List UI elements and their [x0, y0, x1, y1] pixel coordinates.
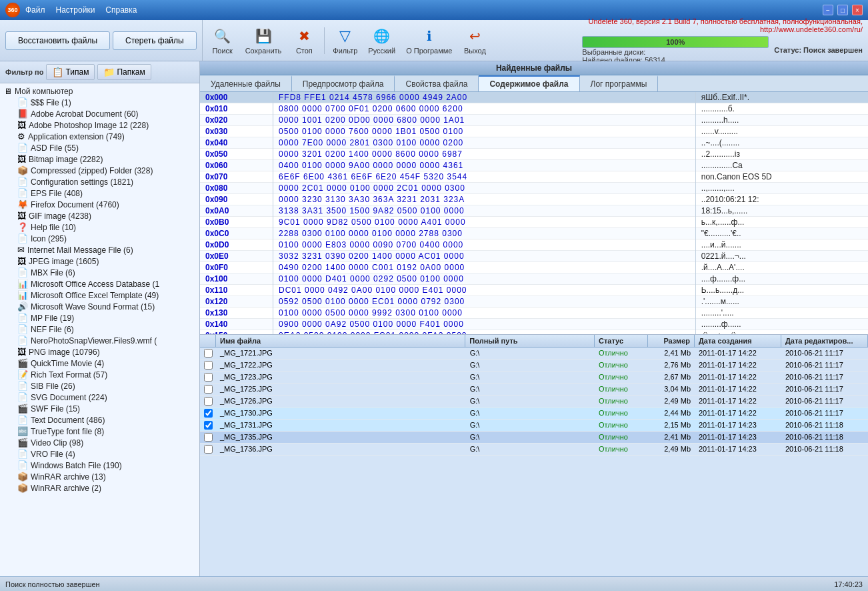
- tree-item[interactable]: 📊Microsoft Office Access Database (1: [16, 278, 197, 289]
- tree-item[interactable]: 🔊Microsoft Wave Sound Format (15): [16, 301, 197, 312]
- restore-files-button[interactable]: Восстановить файлы: [5, 31, 110, 50]
- tab-deleted-files[interactable]: Удаленные файлы: [200, 75, 292, 91]
- hex-row[interactable]: 0x050 0000 3201 0200 1400 0000 8600 0000…: [200, 149, 868, 160]
- file-checkbox[interactable]: [204, 361, 213, 370]
- col-status-header[interactable]: Статус: [595, 335, 648, 347]
- file-checkbox-cell[interactable]: [200, 432, 216, 443]
- hex-row[interactable]: 0x0A0 3138 3A31 3500 1500 9A82 0500 0100…: [200, 205, 868, 217]
- hex-row[interactable]: 0x030 0500 0100 0000 7600 0000 1B01 0500…: [200, 126, 868, 137]
- hex-row[interactable]: 0x090 0000 3230 3130 3A30 363A 3231 2031…: [200, 194, 868, 205]
- stop-tool-button[interactable]: ✖ Стоп: [287, 24, 321, 57]
- file-checkbox-cell[interactable]: [200, 444, 216, 455]
- file-row[interactable]: _MG_1726.JPG G:\ Отлично 2,49 Mb 2011-01…: [200, 396, 868, 408]
- tab-preview[interactable]: Предпросмотр файла: [292, 75, 395, 91]
- hex-row[interactable]: 0x0B0 9C01 0000 9D82 0500 0100 0000 A401…: [200, 217, 868, 228]
- tree-item[interactable]: 🖼GIF image (4238): [16, 210, 197, 221]
- file-row[interactable]: _MG_1723.JPG G:\ Отлично 2,67 Mb 2011-01…: [200, 372, 868, 384]
- hex-row[interactable]: 0x080 0000 2C01 0000 0100 0000 2C01 0000…: [200, 183, 868, 194]
- hex-row[interactable]: 0x0E0 3032 3231 0390 0200 1400 0000 AC01…: [200, 251, 868, 262]
- tree-item[interactable]: ✉Internet Mail Message File (6): [16, 244, 197, 255]
- tree-item[interactable]: 📄VRO File (4): [16, 448, 197, 460]
- close-button[interactable]: ×: [852, 5, 863, 15]
- menu-file[interactable]: Файл: [25, 5, 45, 15]
- filter-types-button[interactable]: 📋 Типам: [46, 64, 95, 80]
- file-checkbox[interactable]: [204, 409, 213, 418]
- menu-help[interactable]: Справка: [105, 5, 137, 15]
- tree-item[interactable]: 🎬QuickTime Movie (4): [16, 358, 197, 369]
- tree-item[interactable]: 📄ASD File (55): [16, 142, 197, 153]
- tree-item[interactable]: 🔤TrueType font file (8): [16, 426, 197, 437]
- tree-item[interactable]: 📄NeroPhotoSnapViewer.Files9.wmf (: [16, 335, 197, 346]
- tree-item[interactable]: 📦Compressed (zipped) Folder (328): [16, 165, 197, 176]
- file-checkbox[interactable]: [204, 445, 213, 454]
- tree-item[interactable]: 🖼PNG image (10796): [16, 346, 197, 358]
- hex-row[interactable]: 0x060 0400 0100 0000 9A00 0000 0000 0000…: [200, 160, 868, 171]
- col-name-header[interactable]: Имя файла: [216, 335, 465, 347]
- hex-row[interactable]: 0x150 0EA2 0500 0100 0000 FC01 0000 0FA2…: [200, 330, 868, 335]
- tree-item[interactable]: 📄$$$ File (1): [16, 97, 197, 108]
- col-created-header[interactable]: Дата создания: [695, 335, 781, 347]
- file-checkbox-cell[interactable]: [200, 408, 216, 419]
- file-checkbox-cell[interactable]: [200, 360, 216, 371]
- tree-item[interactable]: 📦WinRAR archive (13): [16, 471, 197, 482]
- file-row[interactable]: _MG_1730.JPG G:\ Отлично 2,44 Mb 2011-01…: [200, 408, 868, 420]
- file-checkbox-cell[interactable]: [200, 396, 216, 407]
- menu-settings[interactable]: Настройки: [56, 5, 95, 15]
- file-checkbox[interactable]: [204, 397, 213, 406]
- tree-item[interactable]: ⚙Application extension (749): [16, 131, 197, 142]
- hex-row[interactable]: 0x0C0 2288 0300 0100 0000 0100 0000 2788…: [200, 228, 868, 239]
- file-checkbox-cell[interactable]: [200, 348, 216, 359]
- hex-row[interactable]: 0x140 0900 0000 0A92 0500 0100 0000 F401…: [200, 319, 868, 330]
- file-checkbox[interactable]: [204, 385, 213, 394]
- erase-files-button[interactable]: Стереть файлы: [113, 31, 197, 50]
- hex-row[interactable]: 0x120 0592 0500 0100 0000 EC01 0000 0792…: [200, 296, 868, 308]
- about-tool-button[interactable]: ℹ О Программе: [401, 24, 457, 57]
- hex-row[interactable]: 0x130 0100 0000 0500 0000 9992 0300 0100…: [200, 308, 868, 319]
- tree-item[interactable]: 🖼Bitmap image (2282): [16, 153, 197, 165]
- tree-item[interactable]: 📄NEF File (6): [16, 324, 197, 335]
- file-checkbox[interactable]: [204, 421, 213, 430]
- hex-row[interactable]: 0x110 DC01 0000 0492 0A00 0100 0000 E401…: [200, 285, 868, 296]
- minimize-button[interactable]: −: [823, 5, 833, 15]
- tab-properties[interactable]: Свойства файла: [395, 75, 479, 91]
- tree-item[interactable]: 🎬Video Clip (98): [16, 437, 197, 448]
- file-checkbox-cell[interactable]: [200, 420, 216, 431]
- hex-row[interactable]: 0x0F0 0490 0200 1400 0000 C001 0192 0A00…: [200, 262, 868, 273]
- tree-item[interactable]: 📄MBX File (6): [16, 267, 197, 278]
- hex-row[interactable]: 0x040 0000 7E00 0000 2801 0300 0100 0000…: [200, 137, 868, 149]
- file-row[interactable]: _MG_1725.JPG G:\ Отлично 3,04 Mb 2011-01…: [200, 384, 868, 396]
- file-row[interactable]: _MG_1735.JPG G:\ Отлично 2,41 Mb 2011-01…: [200, 432, 868, 444]
- tree-item[interactable]: ❓Help file (10): [16, 221, 197, 233]
- file-checkbox[interactable]: [204, 433, 213, 442]
- file-checkbox[interactable]: [204, 349, 213, 358]
- tree-item[interactable]: 📊Microsoft Office Excel Template (49): [16, 289, 197, 301]
- file-checkbox-cell[interactable]: [200, 384, 216, 395]
- tree-item[interactable]: 📄MP File (19): [16, 312, 197, 324]
- language-tool-button[interactable]: 🌐 Русский: [363, 24, 401, 57]
- file-row[interactable]: _MG_1721.JPG G:\ Отлично 2,41 Mb 2011-01…: [200, 348, 868, 360]
- tree-item[interactable]: 🖼Adobe Photoshop Image 12 (228): [16, 119, 197, 131]
- exit-tool-button[interactable]: ↩ Выход: [457, 24, 492, 57]
- tree-root-item[interactable]: 🖥 Мой компьютер: [3, 86, 197, 97]
- tree-item[interactable]: 📕Adobe Acrobat Document (60): [16, 108, 197, 119]
- filter-folders-button[interactable]: 📁 Папкам: [97, 64, 151, 80]
- tree-item[interactable]: 📝Rich Text Format (57): [16, 369, 197, 380]
- tree-item[interactable]: 🦊Firefox Document (4760): [16, 199, 197, 210]
- tree-item[interactable]: 📄Configuration settings (1821): [16, 176, 197, 187]
- file-row[interactable]: _MG_1736.JPG G:\ Отлично 2,49 Mb 2011-01…: [200, 444, 868, 456]
- col-path-header[interactable]: Полный путь: [465, 335, 595, 347]
- filter-tool-button[interactable]: ▽ Фильтр: [327, 24, 363, 57]
- hex-row[interactable]: 0x010 0800 0000 0700 0F01 0200 0600 0000…: [200, 103, 868, 115]
- tree-item[interactable]: 📄Text Document (486): [16, 414, 197, 426]
- hex-row[interactable]: 0x000 FFD8 FFE1 0214 4578 6966 0000 4949…: [200, 92, 868, 103]
- col-modified-header[interactable]: Дата редактиров...: [781, 335, 868, 347]
- save-tool-button[interactable]: 💾 Сохранить: [240, 24, 287, 57]
- hex-row[interactable]: 0x0D0 0100 0000 E803 0000 0090 0700 0400…: [200, 239, 868, 251]
- menu-bar[interactable]: Файл Настройки Справка: [25, 5, 137, 15]
- search-tool-button[interactable]: 🔍 Поиск: [205, 24, 240, 57]
- tree-item[interactable]: 📄Windows Batch File (190): [16, 460, 197, 471]
- file-checkbox-cell[interactable]: [200, 372, 216, 383]
- file-row[interactable]: _MG_1731.JPG G:\ Отлично 2,15 Mb 2011-01…: [200, 420, 868, 432]
- hex-row[interactable]: 0x070 6E6F 6E00 4361 6E6F 6E20 454F 5320…: [200, 171, 868, 183]
- file-row[interactable]: _MG_1722.JPG G:\ Отлично 2,76 Mb 2011-01…: [200, 360, 868, 372]
